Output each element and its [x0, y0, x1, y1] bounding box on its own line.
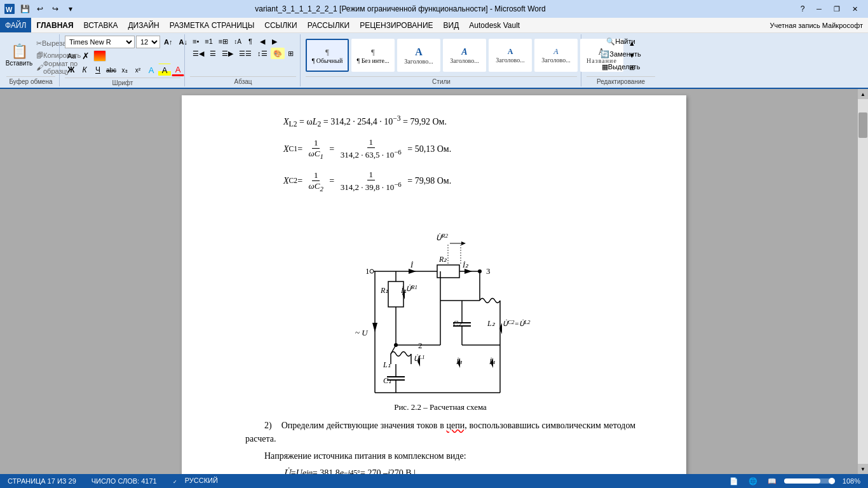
- svg-text:1: 1: [365, 266, 370, 276]
- sort-button[interactable]: ↕A: [231, 36, 244, 47]
- svg-text:3: 3: [486, 266, 491, 276]
- paragraph-label: Абзац: [190, 76, 296, 85]
- word-count[interactable]: ЧИСЛО СЛОВ: 4171: [89, 477, 159, 485]
- menu-design[interactable]: ДИЗАЙН: [123, 18, 164, 32]
- bullets-button[interactable]: ≡•: [190, 36, 201, 47]
- redo-qat-button[interactable]: ↪: [48, 3, 62, 15]
- scroll-thumb[interactable]: [858, 112, 867, 138]
- svg-text:W: W: [6, 6, 13, 13]
- paste-icon: 📋: [11, 44, 28, 58]
- style-heading2[interactable]: А Заголово...: [443, 39, 486, 72]
- para-voltage: Напряжение источника питания в комплексн…: [245, 449, 635, 463]
- align-left-button[interactable]: ☰◀: [190, 48, 207, 59]
- clipboard-group: 📋 Вставить ✂ Вырезать 🗐 Копировать 🖌 Фор…: [3, 34, 60, 86]
- numbering-button[interactable]: ≡1: [202, 36, 215, 47]
- font-group: Times New R 12 A↑ A↓ Aa ✗ Ж К Ч: [61, 34, 185, 86]
- page-info[interactable]: СТРАНИЦА 17 ИЗ 29: [5, 477, 79, 485]
- decrease-indent-button[interactable]: ◀: [257, 36, 268, 47]
- font-label: Шрифт: [65, 78, 180, 86]
- superscript-button[interactable]: x²: [132, 64, 144, 76]
- case-button[interactable]: Aa: [65, 50, 78, 62]
- multilevel-button[interactable]: ≡⊞: [216, 36, 231, 47]
- increase-indent-button[interactable]: ▶: [269, 36, 280, 47]
- document-page: XL2 = ωL2 = 314,2 · 254,4 · 10−3 = 79,92…: [182, 95, 686, 474]
- line-spacing-button[interactable]: ↕☰: [255, 48, 270, 59]
- font-color-button[interactable]: A: [172, 64, 184, 76]
- editing-label: Редактирование: [587, 76, 655, 85]
- replace-button[interactable]: 🔄 Заменить: [587, 48, 655, 60]
- menu-file[interactable]: ФАЙЛ: [0, 18, 31, 32]
- shading-button[interactable]: 🎨: [271, 48, 285, 59]
- svg-text:~ U: ~ U: [355, 328, 369, 337]
- align-center-button[interactable]: ☰: [207, 48, 219, 59]
- undo-qat-button[interactable]: ↩: [33, 3, 47, 15]
- text-effects-button[interactable]: A: [145, 64, 158, 76]
- minimize-button[interactable]: ─: [811, 3, 827, 15]
- menu-references[interactable]: ССЫЛКИ: [259, 18, 302, 32]
- scroll-up-button[interactable]: ▲: [858, 89, 868, 99]
- formula-xc1: XC1 = 1 ωC1 = 1 314,2 · 63,5 · 10−6 = 50…: [245, 137, 635, 160]
- scroll-track[interactable]: [858, 99, 868, 464]
- borders-button[interactable]: ⊞: [285, 48, 297, 59]
- circuit-caption: Рис. 2.2 – Расчетная схема: [245, 402, 635, 412]
- font-name-select[interactable]: Times New R: [65, 36, 135, 48]
- vertical-scrollbar[interactable]: ▲ ▼: [858, 89, 868, 474]
- menu-home[interactable]: ГЛАВНАЯ: [31, 18, 78, 32]
- underline-button[interactable]: Ч: [92, 64, 104, 76]
- editing-group: 🔍 Найти 🔄 Заменить ▦ Выделить Редактиров…: [583, 34, 659, 86]
- window-title: variant_3_1_1_1_2_2_1 [Режим ограниченно…: [5, 4, 796, 13]
- show-formatting-button[interactable]: ¶: [245, 36, 256, 47]
- svg-text:R₂: R₂: [438, 255, 447, 264]
- font-color-highlight: [93, 50, 106, 62]
- svg-text:L₂: L₂: [487, 319, 496, 328]
- restore-button[interactable]: ❐: [829, 3, 845, 15]
- menu-mailings[interactable]: РАССЫЛКИ: [302, 18, 355, 32]
- paragraph-group: ≡• ≡1 ≡⊞ ↕A ¶ ◀ ▶ ☰◀ ☰ ☰▶ ☰☰ ↕☰ 🎨 ⊞: [186, 34, 301, 86]
- justify-button[interactable]: ☰☰: [236, 48, 254, 59]
- formula-xc2: XC2 = 1 ωC2 = 1 314,2 · 39,8 · 10−6 = 79…: [245, 170, 635, 193]
- styles-group: ¶ ¶ Обычный ¶ ¶ Без инте... А Заголово..…: [302, 34, 581, 86]
- bold-button[interactable]: Ж: [65, 64, 78, 76]
- menu-view[interactable]: ВИД: [438, 18, 465, 32]
- style-no-spacing[interactable]: ¶ ¶ Без инте...: [351, 39, 395, 72]
- scroll-down-button[interactable]: ▼: [858, 464, 868, 474]
- zoom-level[interactable]: 108%: [840, 477, 863, 485]
- formula-voltage: U̇ = Uejφ = 381,8e−j45° = 270 – j270 В.|: [245, 468, 635, 474]
- para-step2: 2) Определим действующие значения токов …: [245, 419, 635, 445]
- paste-label: Вставить: [6, 60, 32, 67]
- strikethrough-button[interactable]: abc: [105, 64, 118, 76]
- paste-button[interactable]: 📋 Вставить: [6, 37, 32, 73]
- view-read-button[interactable]: 📖: [765, 477, 779, 485]
- clear-format-button[interactable]: ✗: [79, 50, 92, 62]
- view-web-button[interactable]: 🌐: [746, 477, 760, 485]
- increase-font-button[interactable]: A↑: [161, 36, 175, 48]
- save-qat-button[interactable]: 💾: [18, 3, 32, 15]
- menu-insert[interactable]: ВСТАВКА: [79, 18, 123, 32]
- circuit-diagram: 1 2 3 4 5 İ: [245, 199, 635, 396]
- qat-dropdown-button[interactable]: ▾: [64, 3, 78, 15]
- align-right-button[interactable]: ☰▶: [219, 48, 236, 59]
- menu-review[interactable]: РЕЦЕНЗИРОВАНИЕ: [355, 18, 438, 32]
- zoom-bar: [784, 478, 835, 484]
- style-heading1[interactable]: А Заголово...: [397, 39, 440, 72]
- svg-text:İ₂: İ₂: [462, 261, 469, 269]
- language-indicator[interactable]: ✓ РУССКИЙ: [170, 477, 220, 485]
- menu-layout[interactable]: РАЗМЕТКА СТРАНИЦЫ: [165, 18, 260, 32]
- help-button[interactable]: ?: [796, 3, 810, 15]
- styles-label: Стили: [306, 76, 577, 85]
- subscript-button[interactable]: x₂: [118, 64, 131, 76]
- svg-text:4: 4: [438, 395, 443, 396]
- formula-xl2: XL2 = ωL2 = 314,2 · 254,4 · 10−3 = 79,92…: [245, 114, 635, 128]
- menu-autodesk[interactable]: Autodesk Vault: [464, 18, 525, 32]
- view-print-button[interactable]: 📄: [727, 477, 741, 485]
- close-button[interactable]: ✕: [846, 3, 863, 15]
- style-normal[interactable]: ¶ ¶ Обычный: [306, 39, 349, 72]
- style-heading3[interactable]: А Заголово...: [489, 39, 532, 72]
- text-highlight-button[interactable]: A: [158, 64, 171, 76]
- find-button[interactable]: 🔍 Найти: [587, 36, 655, 47]
- font-size-select[interactable]: 12: [136, 36, 160, 48]
- style-heading4[interactable]: А Заголово...: [534, 39, 578, 72]
- select-button[interactable]: ▦ Выделить: [587, 61, 655, 72]
- italic-button[interactable]: К: [78, 64, 91, 76]
- svg-text:R₁: R₁: [380, 286, 388, 295]
